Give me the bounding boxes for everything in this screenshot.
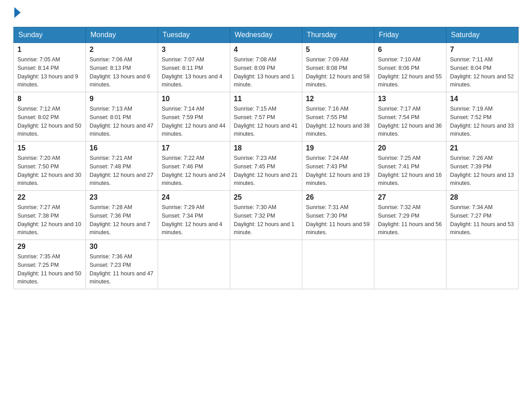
logo — [13, 9, 21, 18]
calendar-cell: 21Sunrise: 7:26 AMSunset: 7:39 PMDayligh… — [446, 141, 519, 191]
weekday-header-monday: Monday — [86, 27, 158, 43]
day-info: Sunrise: 7:07 AMSunset: 8:11 PMDaylight:… — [162, 56, 226, 89]
day-number: 14 — [450, 95, 515, 103]
day-info: Sunrise: 7:08 AMSunset: 8:09 PMDaylight:… — [234, 56, 298, 89]
calendar-cell: 20Sunrise: 7:25 AMSunset: 7:41 PMDayligh… — [374, 141, 446, 191]
weekday-header-row: SundayMondayTuesdayWednesdayThursdayFrid… — [14, 27, 519, 43]
day-number: 20 — [378, 144, 442, 152]
weekday-header-wednesday: Wednesday — [230, 27, 302, 43]
day-info: Sunrise: 7:10 AMSunset: 8:06 PMDaylight:… — [378, 56, 442, 89]
day-info: Sunrise: 7:23 AMSunset: 7:45 PMDaylight:… — [234, 154, 298, 188]
day-number: 12 — [306, 95, 370, 103]
day-number: 28 — [450, 193, 515, 201]
day-number: 25 — [234, 193, 298, 201]
day-info: Sunrise: 7:09 AMSunset: 8:08 PMDaylight:… — [306, 56, 370, 89]
day-info: Sunrise: 7:22 AMSunset: 7:46 PMDaylight:… — [162, 154, 226, 188]
day-info: Sunrise: 7:26 AMSunset: 7:39 PMDaylight:… — [450, 154, 515, 188]
calendar-cell: 19Sunrise: 7:24 AMSunset: 7:43 PMDayligh… — [302, 141, 374, 191]
day-info: Sunrise: 7:24 AMSunset: 7:43 PMDaylight:… — [306, 154, 370, 188]
calendar-cell: 26Sunrise: 7:31 AMSunset: 7:30 PMDayligh… — [302, 191, 374, 240]
day-number: 2 — [90, 46, 154, 54]
day-number: 22 — [17, 193, 82, 201]
day-number: 3 — [162, 46, 226, 54]
calendar-cell: 4Sunrise: 7:08 AMSunset: 8:09 PMDaylight… — [230, 43, 302, 92]
calendar-cell — [374, 240, 446, 289]
day-info: Sunrise: 7:19 AMSunset: 7:52 PMDaylight:… — [450, 105, 515, 138]
day-info: Sunrise: 7:30 AMSunset: 7:32 PMDaylight:… — [234, 203, 298, 237]
day-info: Sunrise: 7:29 AMSunset: 7:34 PMDaylight:… — [162, 203, 226, 237]
calendar-cell: 18Sunrise: 7:23 AMSunset: 7:45 PMDayligh… — [230, 141, 302, 191]
day-number: 13 — [378, 95, 442, 103]
day-info: Sunrise: 7:12 AMSunset: 8:02 PMDaylight:… — [17, 105, 82, 138]
day-number: 24 — [162, 193, 226, 201]
day-number: 19 — [306, 144, 370, 152]
calendar-week-row: 15Sunrise: 7:20 AMSunset: 7:50 PMDayligh… — [14, 141, 519, 191]
calendar-cell — [158, 240, 230, 289]
page-header — [13, 9, 519, 18]
day-info: Sunrise: 7:25 AMSunset: 7:41 PMDaylight:… — [378, 154, 442, 188]
calendar-cell: 30Sunrise: 7:36 AMSunset: 7:23 PMDayligh… — [86, 240, 158, 289]
calendar-cell — [230, 240, 302, 289]
weekday-header-saturday: Saturday — [446, 27, 519, 43]
day-number: 29 — [17, 243, 82, 251]
day-number: 17 — [162, 144, 226, 152]
calendar-cell: 14Sunrise: 7:19 AMSunset: 7:52 PMDayligh… — [446, 92, 519, 141]
weekday-header-thursday: Thursday — [302, 27, 374, 43]
calendar-cell — [302, 240, 374, 289]
calendar-cell: 27Sunrise: 7:32 AMSunset: 7:29 PMDayligh… — [374, 191, 446, 240]
calendar-cell: 2Sunrise: 7:06 AMSunset: 8:13 PMDaylight… — [86, 43, 158, 92]
day-number: 30 — [90, 243, 154, 251]
calendar-cell: 12Sunrise: 7:16 AMSunset: 7:55 PMDayligh… — [302, 92, 374, 141]
day-info: Sunrise: 7:31 AMSunset: 7:30 PMDaylight:… — [306, 203, 370, 237]
day-info: Sunrise: 7:06 AMSunset: 8:13 PMDaylight:… — [90, 56, 154, 89]
day-info: Sunrise: 7:35 AMSunset: 7:25 PMDaylight:… — [17, 253, 82, 286]
calendar-cell: 29Sunrise: 7:35 AMSunset: 7:25 PMDayligh… — [14, 240, 86, 289]
calendar-cell: 3Sunrise: 7:07 AMSunset: 8:11 PMDaylight… — [158, 43, 230, 92]
day-number: 16 — [90, 144, 154, 152]
day-info: Sunrise: 7:34 AMSunset: 7:27 PMDaylight:… — [450, 203, 515, 237]
calendar-cell: 16Sunrise: 7:21 AMSunset: 7:48 PMDayligh… — [86, 141, 158, 191]
calendar-cell: 15Sunrise: 7:20 AMSunset: 7:50 PMDayligh… — [14, 141, 86, 191]
day-info: Sunrise: 7:20 AMSunset: 7:50 PMDaylight:… — [17, 154, 82, 188]
calendar-cell: 5Sunrise: 7:09 AMSunset: 8:08 PMDaylight… — [302, 43, 374, 92]
calendar-cell: 23Sunrise: 7:28 AMSunset: 7:36 PMDayligh… — [86, 191, 158, 240]
day-info: Sunrise: 7:13 AMSunset: 8:01 PMDaylight:… — [90, 105, 154, 138]
day-number: 7 — [450, 46, 515, 54]
day-info: Sunrise: 7:15 AMSunset: 7:57 PMDaylight:… — [234, 105, 298, 138]
day-info: Sunrise: 7:05 AMSunset: 8:14 PMDaylight:… — [17, 56, 82, 89]
calendar-cell: 13Sunrise: 7:17 AMSunset: 7:54 PMDayligh… — [374, 92, 446, 141]
calendar-cell: 24Sunrise: 7:29 AMSunset: 7:34 PMDayligh… — [158, 191, 230, 240]
day-info: Sunrise: 7:14 AMSunset: 7:59 PMDaylight:… — [162, 105, 226, 138]
day-number: 27 — [378, 193, 442, 201]
day-number: 21 — [450, 144, 515, 152]
calendar-cell: 6Sunrise: 7:10 AMSunset: 8:06 PMDaylight… — [374, 43, 446, 92]
day-number: 26 — [306, 193, 370, 201]
calendar-cell: 8Sunrise: 7:12 AMSunset: 8:02 PMDaylight… — [14, 92, 86, 141]
weekday-header-tuesday: Tuesday — [158, 27, 230, 43]
day-number: 15 — [17, 144, 82, 152]
calendar-cell: 10Sunrise: 7:14 AMSunset: 7:59 PMDayligh… — [158, 92, 230, 141]
day-number: 1 — [17, 46, 82, 54]
day-info: Sunrise: 7:21 AMSunset: 7:48 PMDaylight:… — [90, 154, 154, 188]
day-info: Sunrise: 7:17 AMSunset: 7:54 PMDaylight:… — [378, 105, 442, 138]
day-number: 10 — [162, 95, 226, 103]
day-number: 4 — [234, 46, 298, 54]
day-info: Sunrise: 7:36 AMSunset: 7:23 PMDaylight:… — [90, 253, 154, 286]
day-number: 6 — [378, 46, 442, 54]
calendar-week-row: 22Sunrise: 7:27 AMSunset: 7:38 PMDayligh… — [14, 191, 519, 240]
calendar-cell: 11Sunrise: 7:15 AMSunset: 7:57 PMDayligh… — [230, 92, 302, 141]
calendar-cell: 25Sunrise: 7:30 AMSunset: 7:32 PMDayligh… — [230, 191, 302, 240]
day-number: 9 — [90, 95, 154, 103]
calendar-cell: 28Sunrise: 7:34 AMSunset: 7:27 PMDayligh… — [446, 191, 519, 240]
calendar-table: SundayMondayTuesdayWednesdayThursdayFrid… — [13, 27, 519, 289]
day-info: Sunrise: 7:16 AMSunset: 7:55 PMDaylight:… — [306, 105, 370, 138]
day-info: Sunrise: 7:27 AMSunset: 7:38 PMDaylight:… — [17, 203, 82, 237]
logo-triangle-icon — [14, 7, 21, 18]
weekday-header-friday: Friday — [374, 27, 446, 43]
day-info: Sunrise: 7:11 AMSunset: 8:04 PMDaylight:… — [450, 56, 515, 89]
day-number: 23 — [90, 193, 154, 201]
calendar-week-row: 8Sunrise: 7:12 AMSunset: 8:02 PMDaylight… — [14, 92, 519, 141]
calendar-week-row: 29Sunrise: 7:35 AMSunset: 7:25 PMDayligh… — [14, 240, 519, 289]
calendar-cell: 22Sunrise: 7:27 AMSunset: 7:38 PMDayligh… — [14, 191, 86, 240]
day-number: 18 — [234, 144, 298, 152]
